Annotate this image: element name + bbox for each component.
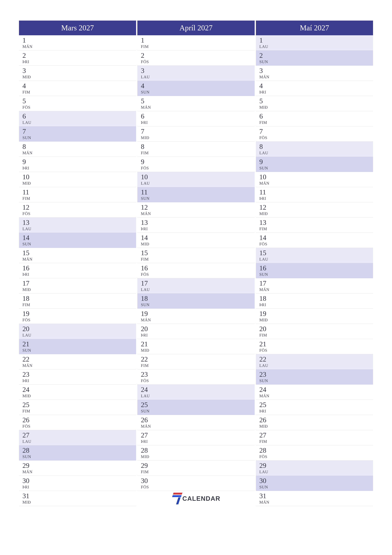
day-abbrev: ÞRI bbox=[141, 120, 255, 125]
day-number: 6 bbox=[141, 112, 255, 120]
day-row: 28SUN bbox=[19, 445, 136, 460]
day-row: 6LAU bbox=[19, 111, 136, 126]
day-number: 13 bbox=[141, 219, 255, 226]
day-row: 13ÞRI bbox=[137, 218, 255, 233]
day-abbrev: FIM bbox=[259, 226, 373, 231]
day-abbrev: ÞRI bbox=[141, 333, 255, 338]
day-row: 25FIM bbox=[19, 400, 136, 415]
day-row: 3MÁN bbox=[256, 66, 373, 81]
day-number: 14 bbox=[141, 234, 255, 241]
day-number: 6 bbox=[22, 112, 136, 120]
day-row: 16SUN bbox=[256, 263, 373, 278]
day-abbrev: FIM bbox=[22, 196, 136, 201]
day-abbrev: ÞRI bbox=[141, 439, 255, 444]
day-abbrev: FIM bbox=[141, 257, 255, 262]
day-number: 15 bbox=[141, 249, 255, 257]
day-abbrev: FIM bbox=[22, 302, 136, 307]
day-row: 28FÖS bbox=[256, 445, 373, 460]
day-abbrev: MIÐ bbox=[259, 105, 373, 110]
day-abbrev: LAU bbox=[22, 439, 136, 444]
day-number: 25 bbox=[259, 401, 373, 409]
day-abbrev: FÖS bbox=[259, 454, 373, 459]
day-abbrev: ÞRI bbox=[259, 409, 373, 414]
month-header: Maí 2027 bbox=[256, 21, 373, 35]
day-number: 29 bbox=[22, 462, 136, 469]
calendar-container: Mars 2027 1MÁN2ÞRI3MIÐ4FIM5FÖS6LAU7SUN8M… bbox=[19, 21, 373, 506]
day-number: 18 bbox=[141, 295, 255, 302]
day-row: 10LAU bbox=[137, 172, 255, 187]
day-number: 15 bbox=[259, 249, 373, 257]
day-row: 15LAU bbox=[256, 248, 373, 263]
day-number: 12 bbox=[259, 204, 373, 211]
day-row: 11FIM bbox=[19, 187, 136, 202]
day-abbrev: FÖS bbox=[141, 485, 255, 489]
day-row: 18SUN bbox=[137, 293, 255, 309]
day-row: 9ÞRI bbox=[19, 157, 136, 172]
day-abbrev: MÁN bbox=[259, 75, 373, 80]
day-row: 25SUN bbox=[137, 400, 255, 415]
day-row: 12MÁN bbox=[137, 202, 255, 218]
day-number: 19 bbox=[141, 310, 255, 318]
day-abbrev: SUN bbox=[22, 242, 136, 247]
day-number: 21 bbox=[259, 340, 373, 348]
day-number: 23 bbox=[259, 371, 373, 378]
day-number: 22 bbox=[141, 356, 255, 363]
day-number: 6 bbox=[259, 112, 373, 120]
day-number: 10 bbox=[141, 173, 255, 181]
day-abbrev: MIÐ bbox=[141, 242, 255, 247]
day-abbrev: FIM bbox=[141, 363, 255, 368]
day-row: 1MÁN bbox=[19, 35, 136, 51]
day-row: 7FÖS bbox=[256, 126, 373, 142]
day-number: 8 bbox=[22, 143, 136, 150]
day-row: 16ÞRI bbox=[19, 263, 136, 278]
day-row: 11SUN bbox=[137, 187, 255, 202]
day-number: 9 bbox=[259, 158, 373, 166]
day-row: 14MIÐ bbox=[137, 233, 255, 248]
day-number: 9 bbox=[141, 158, 255, 166]
day-row: 12MIÐ bbox=[256, 202, 373, 218]
day-number: 18 bbox=[22, 295, 136, 302]
day-number: 7 bbox=[141, 128, 255, 135]
day-number: 2 bbox=[141, 52, 255, 59]
day-number: 28 bbox=[22, 447, 136, 454]
day-row: 8FIM bbox=[137, 142, 255, 157]
days-list: 1MÁN2ÞRI3MIÐ4FIM5FÖS6LAU7SUN8MÁN9ÞRI10MI… bbox=[19, 35, 136, 506]
day-number: 5 bbox=[22, 97, 136, 105]
day-abbrev: FÖS bbox=[141, 166, 255, 171]
day-number: 1 bbox=[22, 37, 136, 44]
day-row: 18FIM bbox=[19, 293, 136, 309]
day-row: 6ÞRI bbox=[137, 111, 255, 126]
day-row: 7MIÐ bbox=[137, 126, 255, 142]
day-abbrev: FIM bbox=[141, 151, 255, 155]
day-number: 10 bbox=[22, 173, 136, 181]
day-abbrev: FÖS bbox=[141, 272, 255, 277]
day-abbrev: SUN bbox=[259, 272, 373, 277]
month-column-mars: Mars 2027 1MÁN2ÞRI3MIÐ4FIM5FÖS6LAU7SUN8M… bbox=[19, 21, 136, 506]
day-abbrev: SUN bbox=[141, 90, 255, 95]
day-number: 25 bbox=[22, 401, 136, 409]
day-row: 8LAU bbox=[256, 142, 373, 157]
day-abbrev: MÁN bbox=[141, 105, 255, 110]
day-abbrev: FÖS bbox=[22, 105, 136, 110]
day-row: 29MÁN bbox=[19, 460, 136, 476]
day-row: 25ÞRI bbox=[256, 400, 373, 415]
day-number: 28 bbox=[259, 447, 373, 454]
day-number: 19 bbox=[22, 310, 136, 318]
day-abbrev: FÖS bbox=[259, 135, 373, 140]
day-row: 29LAU bbox=[256, 460, 373, 476]
day-number: 14 bbox=[22, 234, 136, 241]
brand-text: CALENDAR bbox=[182, 495, 220, 502]
day-number: 16 bbox=[22, 264, 136, 272]
day-abbrev: MIÐ bbox=[259, 424, 373, 429]
day-abbrev: LAU bbox=[141, 287, 255, 292]
day-abbrev: MIÐ bbox=[22, 287, 136, 292]
day-number: 9 bbox=[22, 158, 136, 166]
day-row: 3LAU bbox=[137, 66, 255, 81]
day-number: 30 bbox=[259, 477, 373, 485]
day-number: 23 bbox=[141, 371, 255, 378]
day-abbrev: SUN bbox=[22, 454, 136, 459]
day-abbrev: ÞRI bbox=[22, 485, 136, 489]
day-number: 28 bbox=[141, 447, 255, 454]
day-row: 10MIÐ bbox=[19, 172, 136, 187]
day-number: 17 bbox=[259, 280, 373, 287]
